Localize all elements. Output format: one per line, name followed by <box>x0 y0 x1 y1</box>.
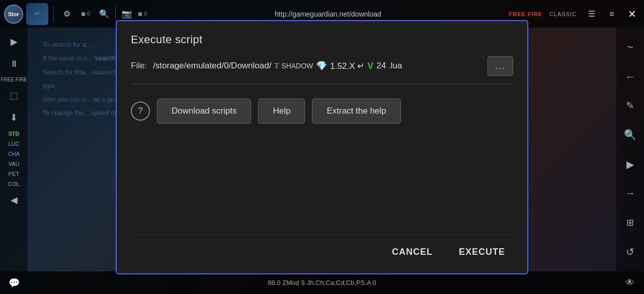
dialog-title: Execute script <box>131 33 513 46</box>
file-row: File: /storage/emulated/0/Download/ 𝕋 SH… <box>131 56 513 84</box>
action-buttons-row: ? Download scripts Help Extract the help <box>131 99 513 124</box>
execute-script-dialog: Execute script File: /storage/emulated/0… <box>116 20 528 274</box>
extract-help-button[interactable]: Extract the help <box>312 99 400 124</box>
execute-button[interactable]: EXECUTE <box>451 243 513 261</box>
dialog-content-area <box>131 134 513 224</box>
help-circle-icon[interactable]: ? <box>131 102 150 121</box>
v-icon: V <box>367 61 373 71</box>
dialog-overlay: Execute script File: /storage/emulated/0… <box>0 0 644 294</box>
file-version-text: 1.52.X ↵ <box>330 61 364 71</box>
help-button[interactable]: Help <box>258 99 305 124</box>
file-label: File: <box>131 61 147 71</box>
file-path: /storage/emulated/0/Download/ 𝕋 SHADOW 💎… <box>153 60 481 71</box>
file-number-text: 24 .lua <box>376 61 402 71</box>
dialog-footer: CANCEL EXECUTE <box>131 234 513 261</box>
file-shadow-text: 𝕋 SHADOW <box>274 62 313 70</box>
download-scripts-button[interactable]: Download scripts <box>157 99 251 124</box>
browse-button[interactable]: ... <box>488 56 513 76</box>
file-path-text: /storage/emulated/0/Download/ <box>153 61 271 71</box>
cancel-button[interactable]: CANCEL <box>384 243 441 261</box>
diamond-icon: 💎 <box>316 60 327 71</box>
